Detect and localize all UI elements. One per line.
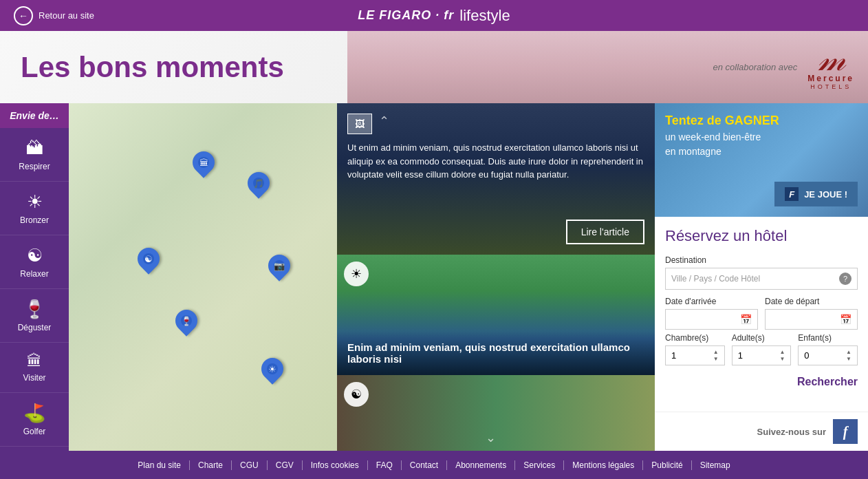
adults-up[interactable]: ▲ — [779, 349, 785, 356]
read-article-button[interactable]: Lire l'article — [566, 220, 644, 244]
article-image-icon: 🖼 — [347, 114, 372, 134]
rooms-down[interactable]: ▼ — [713, 356, 719, 363]
bronzer-icon: ☀ — [27, 191, 43, 213]
article-third-icon: ☯ — [344, 382, 369, 407]
calendar-icon-departure[interactable]: 📅 — [840, 314, 851, 325]
sidebar-label-respirer: Respirer — [19, 162, 50, 171]
play-label: JE JOUE ! — [804, 189, 847, 200]
calendar-icon-arrival[interactable]: 📅 — [740, 314, 752, 325]
header-collab: en collaboration avec 𝓂 Mercure HOTELS — [713, 44, 854, 90]
search-button[interactable]: Rechercher — [797, 372, 858, 392]
children-up[interactable]: ▲ — [846, 349, 851, 356]
mercure-name: Mercure — [807, 74, 854, 83]
sidebar-item-respirer[interactable]: 🏔 Respirer — [0, 128, 69, 182]
destination-placeholder: Ville / Pays / Code Hôtel — [671, 274, 760, 284]
sidebar-item-bronzer[interactable]: ☀ Bronzer — [0, 182, 69, 235]
article-third-card[interactable]: ☯ ⌄ — [337, 375, 655, 451]
sidebar-item-golfer[interactable]: ⛳ Golfer — [0, 393, 69, 447]
chevron-up-icon[interactable]: ⌃ — [379, 114, 389, 129]
map-pin-5[interactable]: 🍷 — [171, 305, 202, 336]
footer-link-infos-cookies[interactable]: Infos cookies — [303, 460, 368, 470]
golfer-icon: ⛳ — [23, 403, 45, 424]
map-pin-2[interactable]: 🎵 — [243, 167, 274, 198]
sidebar: Envie de… 🏔 Respirer ☀ Bronzer ☯ Relaxer… — [0, 103, 69, 451]
article-top-card: 🖼 ⌃ Ut enim ad minim veniam, quis nostru… — [337, 103, 655, 255]
children-input[interactable]: 0 ▲ ▼ — [798, 345, 858, 365]
footer-link-faq[interactable]: FAQ — [368, 460, 402, 470]
lifestyle-logo: lifestyle — [459, 7, 510, 25]
pin-icon-music: 🎵 — [253, 178, 264, 189]
page-title: Les bons moments — [21, 51, 284, 84]
pin-icon-building: 🏛 — [199, 158, 208, 168]
map-pin-1[interactable]: 🏛 — [188, 147, 219, 178]
footer-link-cgv[interactable]: CGV — [268, 460, 303, 470]
children-spinner[interactable]: ▲ ▼ — [846, 349, 851, 362]
departure-date-input[interactable]: 📅 — [765, 309, 858, 330]
sidebar-item-deguster[interactable]: 🍷 Déguster — [0, 289, 69, 343]
children-down[interactable]: ▼ — [846, 356, 851, 363]
article-top-content: 🖼 ⌃ Ut enim ad minim veniam, quis nostru… — [337, 103, 655, 255]
adults-down[interactable]: ▼ — [779, 356, 785, 363]
sidebar-header: Envie de… — [0, 103, 69, 128]
footer-link-publicité[interactable]: Publicité — [643, 460, 691, 470]
sidebar-item-relaxer[interactable]: ☯ Relaxer — [0, 235, 69, 289]
hotel-booking-form: Réservez un hôtel Destination Ville / Pa… — [655, 217, 868, 412]
adults-input[interactable]: 1 ▲ ▼ — [732, 345, 792, 365]
arrival-date-input[interactable]: 📅 — [665, 309, 758, 330]
top-nav: ← Retour au site LE FIGARO · fr lifestyl… — [0, 0, 868, 31]
adults-label: Adulte(s) — [732, 333, 792, 343]
rooms-group: Chambre(s) 1 ▲ ▼ — [665, 333, 725, 365]
footer-link-charte[interactable]: Charte — [190, 460, 232, 470]
facebook-button[interactable]: f — [833, 419, 858, 444]
departure-label: Date de départ — [765, 297, 858, 306]
help-icon[interactable]: ? — [839, 273, 851, 285]
back-button[interactable]: ← Retour au site — [14, 6, 94, 25]
title-bold: moments — [155, 51, 284, 83]
figaro-f-icon: F — [785, 187, 799, 201]
back-label: Retour au site — [39, 10, 94, 21]
map-pin-4[interactable]: 📷 — [263, 250, 294, 281]
adults-group: Adulte(s) 1 ▲ ▼ — [732, 333, 792, 365]
sidebar-label-bronzer: Bronzer — [20, 215, 49, 225]
sidebar-label-relaxer: Relaxer — [20, 269, 48, 279]
footer-link-sitemap[interactable]: Sitemap — [692, 460, 739, 470]
children-group: Enfant(s) 0 ▲ ▼ — [798, 333, 858, 365]
adults-value: 1 — [738, 350, 743, 361]
article-text: Ut enim ad minim veniam, quis nostrud ex… — [347, 134, 644, 220]
social-text: Suivez-nous sur — [757, 427, 826, 437]
figaro-logo: LE FIGARO · fr — [358, 8, 454, 23]
children-value: 0 — [804, 350, 809, 361]
chevron-down-icon[interactable]: ⌄ — [486, 430, 496, 445]
promo-play-button[interactable]: F JE JOUE ! — [774, 182, 858, 206]
footer-link-cgu[interactable]: CGU — [232, 460, 268, 470]
social-row: Suivez-nous sur f — [655, 412, 868, 451]
rooms-spinner[interactable]: ▲ ▼ — [713, 349, 719, 362]
promo-subtitle2: en montagne — [665, 146, 858, 157]
adults-spinner[interactable]: ▲ ▼ — [779, 349, 785, 362]
header-title: Les bons moments — [0, 51, 305, 84]
map-pin-3[interactable]: ☯ — [133, 243, 164, 274]
sidebar-item-visiter[interactable]: 🏛 Visiter — [0, 343, 69, 393]
footer-link-abonnements[interactable]: Abonnements — [447, 460, 515, 470]
rooms-value: 1 — [671, 350, 676, 361]
map-pin-6[interactable]: ☀ — [257, 353, 287, 384]
counts-row: Chambre(s) 1 ▲ ▼ Adulte(s) 1 ▲ — [665, 333, 858, 365]
footer-link-services[interactable]: Services — [515, 460, 564, 470]
map-area: 🏛 🎵 ☯ 📷 🍷 ☀ — [69, 103, 337, 451]
mercure-hotels: HOTELS — [810, 83, 851, 90]
sidebar-label-golfer: Golfer — [23, 427, 46, 436]
article-middle-card[interactable]: ☀ Enim ad minim veniam, quis nostrud exe… — [337, 255, 655, 375]
promo-banner: Tentez de GAGNER un week-end bien-être e… — [655, 103, 868, 217]
promo-title: Tentez de GAGNER — [665, 114, 858, 128]
footer-link-mentions-légales[interactable]: Mentions légales — [564, 460, 643, 470]
footer-link-contact[interactable]: Contact — [402, 460, 447, 470]
rooms-input[interactable]: 1 ▲ ▼ — [665, 345, 725, 365]
promo-subtitle: un week-end bien-être — [665, 131, 858, 142]
footer-link-plan-du-site[interactable]: Plan du site — [129, 460, 190, 470]
rooms-up[interactable]: ▲ — [713, 349, 719, 356]
destination-label: Destination — [665, 255, 858, 265]
pin-icon-photo: 📷 — [274, 261, 285, 271]
collab-text: en collaboration avec — [713, 62, 797, 72]
article-middle-content: Enim ad minim veniam, quis nostrud exerc… — [337, 331, 655, 375]
destination-input[interactable]: Ville / Pays / Code Hôtel ? — [665, 268, 858, 290]
